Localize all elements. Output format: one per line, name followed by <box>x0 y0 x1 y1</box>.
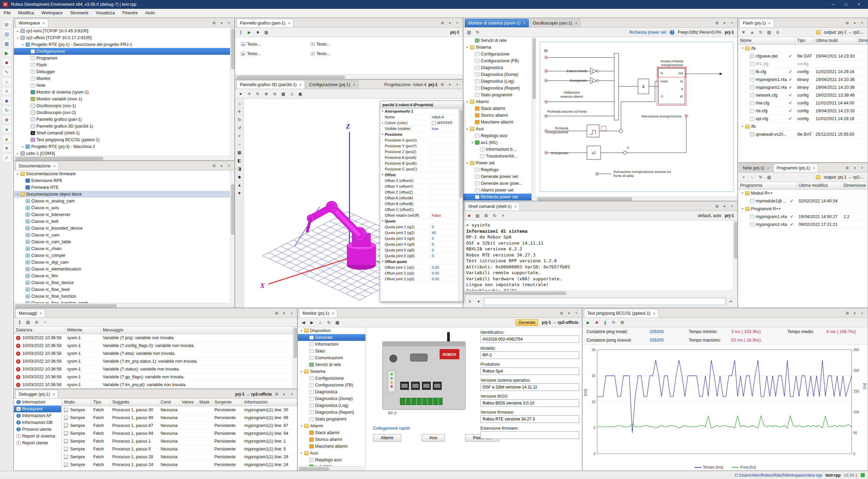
close-icon[interactable]: × <box>813 166 815 170</box>
expander-collapsed-icon[interactable]: ▸ <box>380 120 385 126</box>
monitor-tree-item[interactable]: ▾ax1 (M1) <box>298 463 365 466</box>
column-header-ultima-modifica[interactable]: Ultima modifica <box>797 182 841 189</box>
system-monitor-tree-item[interactable]: Stato programmi <box>463 92 531 98</box>
system-monitor-tree-item[interactable]: ▾Power set <box>463 160 531 166</box>
float-icon[interactable]: ⊞ <box>211 20 217 26</box>
program-row[interactable]: mymodule1@1.0.0...✓02/02/2022 14:40:34 <box>738 197 868 205</box>
system-monitor-tree-item[interactable]: Diagnostica (Report) <box>463 85 531 92</box>
menu-icon[interactable]: ▾ <box>447 20 453 26</box>
menu-icon[interactable]: ▾ <box>219 163 224 169</box>
file-row[interactable]: df1.cfgconfig <box>738 60 868 68</box>
breakpoint-row[interactable]: SempreFetchProcesso 1, passo 30NessunaPe… <box>62 406 297 414</box>
file-row[interactable]: ▾/fa <box>738 45 868 52</box>
graphic-item[interactable]: Testo... <box>241 51 261 56</box>
property-row[interactable]: Offset C (offsetC) <box>380 207 458 213</box>
menu-icon[interactable]: ▾ <box>281 311 287 316</box>
property-row[interactable]: Posizione X (posX) <box>380 137 458 143</box>
expander-expanded-icon[interactable]: ▾ <box>15 193 20 196</box>
property-section[interactable]: ▾Offset quote <box>380 259 458 265</box>
expander-expanded-icon[interactable]: ▾ <box>740 205 745 213</box>
float-icon[interactable]: ⊞ <box>274 311 279 316</box>
quick-link-assi[interactable]: Assi <box>422 434 445 442</box>
close-icon[interactable]: × <box>289 392 294 397</box>
documentation-tree-item[interactable]: Classe rc_digi_cam <box>14 259 230 266</box>
system-tree-vscrollbar[interactable] <box>531 37 536 201</box>
menu-icon[interactable]: ▾ <box>219 20 224 26</box>
new-icon[interactable]: ⊞ <box>2 20 12 29</box>
documentation-tree-item[interactable]: ▾Documentazione firmware <box>14 170 230 177</box>
close-icon[interactable]: × <box>288 21 290 25</box>
breakpoint-row[interactable]: SempreFetchProcesso 1, passo 28NessunaPe… <box>62 453 297 461</box>
graphic-item[interactable]: Testo... <box>310 42 330 47</box>
documentation-tree-item[interactable]: Classe rc_bounded_device <box>14 225 230 232</box>
float-icon[interactable]: ⊞ <box>440 82 445 87</box>
graphic-panel-canvas[interactable]: Testo...Testo...Testo...Testo... <box>235 37 463 75</box>
refresh-icon[interactable]: ↻ <box>757 174 764 181</box>
property-row[interactable]: Offset A (offsetA) <box>380 195 458 201</box>
tab-pannello-grafico-3d[interactable]: Pannello grafico 3D (pan3d-1)× <box>236 80 305 89</box>
documentation-tree-item[interactable]: Firmware RTE <box>14 184 230 191</box>
refresh-icon[interactable]: ↻ <box>2 106 12 114</box>
zoom-in-icon[interactable]: ⊕ <box>263 90 270 97</box>
function-block-diagram[interactable]: IN Esterni irrisolti 1 Energizzato 1 Abi… <box>536 37 737 196</box>
tab-configurazione[interactable]: Configurazione (prj-1)× <box>306 80 358 89</box>
workspace-vscrollbar[interactable] <box>230 28 234 156</box>
save-icon[interactable]: ▤ <box>474 212 481 219</box>
documentation-tree-item[interactable]: Classe rc_elementlocation <box>14 266 230 272</box>
field-input-versione-firmware-[interactable] <box>480 415 579 423</box>
property-row[interactable]: Offset joint 2 (oj2)0.00 <box>380 270 458 276</box>
file-row[interactable]: rte.cfg✓config19/04/2021 14:23:33 <box>738 107 868 115</box>
system-monitor-tree-item[interactable]: Maschere allarmi <box>463 119 531 126</box>
orbit-left-icon[interactable]: ↺ <box>236 124 243 131</box>
menu-file[interactable]: File <box>0 9 14 17</box>
close-icon[interactable]: × <box>43 21 45 25</box>
message-row[interactable]: ×10/03/2022 10:36:58sysm-1Variabile (?.e… <box>14 350 293 358</box>
tab-documentazione[interactable]: Documentazione× <box>15 162 59 170</box>
connect-icon[interactable]: ● <box>2 125 12 133</box>
monitor-tree-item[interactable]: Diagnostica <box>298 389 365 395</box>
expander-expanded-icon[interactable]: ▾ <box>465 162 470 165</box>
workspace-tree-item[interactable]: ▾Progetto RTE (prj-1) - Descrizione del … <box>14 41 230 48</box>
property-section[interactable]: ▾Posizione <box>380 132 458 137</box>
close-icon[interactable]: × <box>455 82 460 87</box>
checkbox-checked-icon[interactable] <box>64 424 68 428</box>
upload-icon[interactable]: ▲ <box>749 29 756 36</box>
system-monitor-tree-item[interactable]: Richiesta power set <box>463 194 531 200</box>
property-value[interactable]: robot-4 <box>430 114 458 120</box>
pause-icon[interactable]: ∥ <box>602 319 609 326</box>
system-monitor-tree-item[interactable]: ▾ax1 (M1) <box>463 139 531 146</box>
file-row[interactable]: network.cfg✓config19/02/2021 13:39:46 <box>738 92 868 99</box>
monitor-tree-item[interactable]: Generale <box>298 334 365 341</box>
menu-aiuto[interactable]: Aiuto <box>142 9 159 17</box>
expander-expanded-icon[interactable]: ▾ <box>380 109 385 114</box>
tab-oscilloscopio[interactable]: Oscilloscopio (osc-1)× <box>529 19 580 27</box>
monitor-tree-item[interactable]: Maschere allarmi <box>298 443 365 450</box>
minimize-button[interactable]: ─ <box>826 0 839 9</box>
tab-pptest[interactable]: Test ping/pong BCC/31 (pptest-1)× <box>584 309 659 317</box>
system-monitor-tree-item[interactable]: Diagnostica (Log) <box>463 78 531 85</box>
menu-icon[interactable]: ▾ <box>447 82 453 87</box>
property-row[interactable]: Quota joint 2 (qj2)45 <box>380 230 458 236</box>
monitor-tree-item[interactable]: Riepilogo assi <box>298 457 365 463</box>
search-icon[interactable]: ○ <box>42 318 49 326</box>
column-header-modo[interactable]: Modo <box>62 399 91 406</box>
snapshot-icon[interactable]: ▣ <box>297 90 304 97</box>
documentation-tree-item[interactable]: Classe rc_cam_table <box>14 238 230 245</box>
property-value[interactable] <box>430 143 458 149</box>
monitor-tree-item[interactable]: ▾Allarmi <box>298 423 365 429</box>
property-value[interactable]: 0 <box>430 253 458 259</box>
property-value[interactable]: 0.00 <box>430 270 458 276</box>
column-header-mask[interactable]: Mask <box>197 399 212 406</box>
expander-collapsed-icon[interactable]: ▸ <box>20 145 25 148</box>
tab-programmi[interactable]: Programmi (prj-1)× <box>773 164 818 172</box>
expander-expanded-icon[interactable]: ▾ <box>380 132 385 137</box>
quick-link-allarmi[interactable]: Allarmi <box>373 434 401 442</box>
menu-icon[interactable]: ▾ <box>281 392 287 397</box>
column-header-cond[interactable]: Cond <box>159 399 180 406</box>
property-value[interactable] <box>430 161 458 166</box>
expander-expanded-icon[interactable]: ▾ <box>740 189 745 197</box>
close-icon[interactable]: × <box>53 392 55 396</box>
system-monitor-tree-item[interactable]: Trasduttore/Att... <box>463 153 531 160</box>
property-value[interactable]: Falso <box>430 213 458 218</box>
float-icon[interactable]: ⊞ <box>274 392 279 397</box>
